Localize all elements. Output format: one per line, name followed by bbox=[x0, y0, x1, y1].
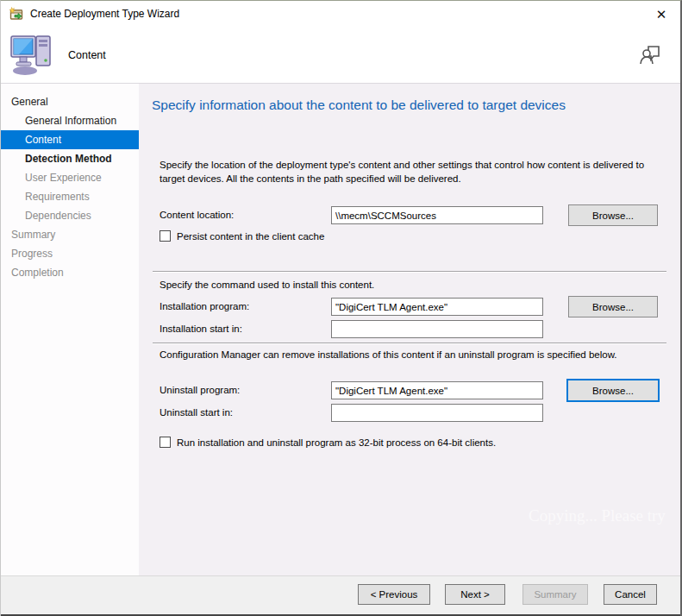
persist-content-checkbox-label: Persist content in the client cache bbox=[177, 231, 324, 242]
wizard-steps-sidebar: General General Information Content Dete… bbox=[1, 84, 139, 575]
sidebar-item-detection-method[interactable]: Detection Method bbox=[1, 149, 139, 168]
wizard-window: Create Deployment Type Wizard ✕ Content … bbox=[0, 0, 682, 616]
cancel-button[interactable]: Cancel bbox=[604, 584, 657, 605]
run-32bit-checkbox-row: Run installation and uninstall program a… bbox=[160, 437, 496, 448]
uninstall-program-input[interactable] bbox=[331, 381, 543, 399]
run-32bit-checkbox[interactable] bbox=[160, 437, 171, 448]
sidebar-item-content[interactable]: Content bbox=[1, 130, 139, 149]
installation-program-browse-button[interactable]: Browse... bbox=[568, 296, 658, 317]
persist-content-checkbox-row: Persist content in the client cache bbox=[160, 230, 324, 242]
content-location-browse-button[interactable]: Browse... bbox=[568, 204, 658, 226]
intro-text: Specify the location of the deployment t… bbox=[160, 158, 664, 185]
page-heading: Specify information about the content to… bbox=[152, 97, 566, 113]
title-bar: Create Deployment Type Wizard ✕ bbox=[1, 1, 680, 27]
sidebar-item-general-information[interactable]: General Information bbox=[1, 111, 139, 130]
feedback-icon[interactable] bbox=[639, 42, 661, 65]
sidebar-item-general[interactable]: General bbox=[1, 92, 139, 111]
section-divider bbox=[153, 343, 666, 344]
install-section-text: Specify the command used to install this… bbox=[160, 280, 374, 290]
sidebar-item-completion: Completion bbox=[1, 263, 139, 282]
page-title: Content bbox=[68, 49, 106, 61]
wizard-app-icon bbox=[9, 7, 24, 22]
close-icon[interactable]: ✕ bbox=[653, 6, 670, 23]
sidebar-item-dependencies: Dependencies bbox=[1, 206, 139, 225]
computer-icon bbox=[8, 29, 56, 78]
installation-start-in-label: Installation start in: bbox=[160, 324, 242, 334]
next-button[interactable]: Next > bbox=[445, 584, 505, 605]
section-divider bbox=[153, 271, 666, 273]
installation-program-label: Installation program: bbox=[160, 301, 249, 311]
installation-start-in-input[interactable] bbox=[331, 320, 543, 338]
run-32bit-checkbox-label: Run installation and uninstall program a… bbox=[177, 437, 496, 448]
content-location-input[interactable] bbox=[331, 206, 543, 224]
content-location-label: Content location: bbox=[160, 210, 234, 220]
uninstall-start-in-label: Uninstall start in: bbox=[160, 407, 233, 418]
previous-button[interactable]: < Previous bbox=[358, 584, 430, 605]
installation-program-input[interactable] bbox=[331, 298, 543, 316]
sidebar-item-requirements: Requirements bbox=[1, 187, 139, 206]
wizard-header: Content bbox=[1, 27, 680, 84]
uninstall-program-label: Uninstall program: bbox=[160, 385, 240, 395]
footer-button-bar: < Previous Next > Summary Cancel bbox=[1, 575, 680, 614]
persist-content-checkbox[interactable] bbox=[160, 230, 171, 242]
uninstall-start-in-input[interactable] bbox=[331, 404, 543, 422]
sidebar-item-summary: Summary bbox=[1, 225, 139, 244]
uninstall-section-text: Configuration Manager can remove install… bbox=[160, 349, 617, 360]
sidebar-item-progress: Progress bbox=[1, 244, 139, 263]
window-title: Create Deployment Type Wizard bbox=[30, 8, 179, 20]
sidebar-item-user-experience: User Experience bbox=[1, 168, 139, 187]
summary-button[interactable]: Summary bbox=[522, 584, 588, 605]
uninstall-program-browse-button[interactable]: Browse... bbox=[566, 379, 660, 402]
